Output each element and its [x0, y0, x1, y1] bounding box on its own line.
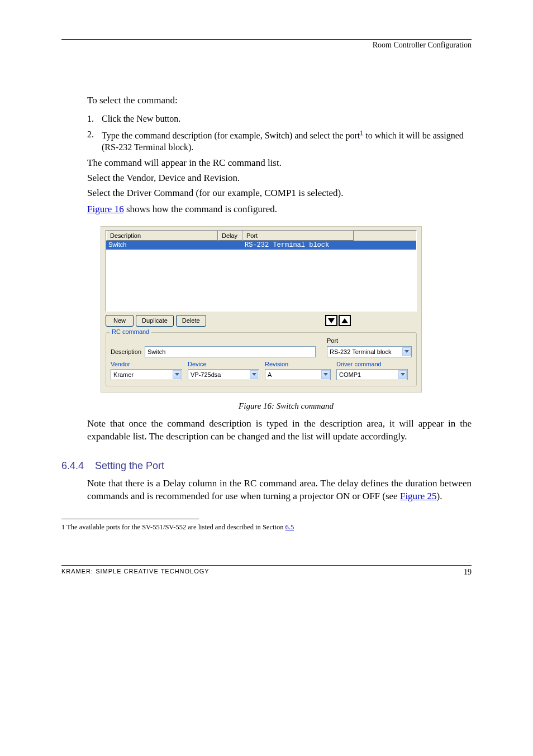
- p2: The command will appear in the RC comman…: [87, 157, 472, 170]
- p3: Select the Vendor, Device and Revision.: [87, 172, 472, 185]
- chevron-down-icon: [173, 370, 181, 379]
- col-port[interactable]: Port: [242, 231, 354, 241]
- driver-command-label: Driver command: [336, 361, 408, 367]
- duplicate-button[interactable]: Duplicate: [136, 315, 174, 327]
- col-delay[interactable]: Delay: [218, 231, 242, 241]
- triangle-up-icon: [341, 318, 348, 323]
- table-row[interactable]: Switch RS-232 Terminal block: [106, 241, 416, 250]
- port-select[interactable]: RS-232 Terminal block: [327, 346, 412, 357]
- intro-line: To select the command:: [87, 94, 472, 107]
- delete-button[interactable]: Delete: [176, 315, 206, 327]
- chevron-down-icon: [321, 370, 330, 379]
- list2-text: Type the command description (for exampl…: [102, 131, 360, 140]
- revision-label: Revision: [265, 361, 331, 367]
- chevron-down-icon: [398, 370, 407, 379]
- figure-25-link[interactable]: Figure 25: [400, 491, 437, 501]
- new-button[interactable]: New: [106, 315, 134, 327]
- vendor-label: Vendor: [111, 361, 182, 367]
- fig16-rest: shows how the command is configured.: [124, 204, 277, 214]
- move-up-button[interactable]: [339, 315, 351, 326]
- driver-command-select[interactable]: COMP1: [336, 369, 408, 380]
- row-delay: [218, 241, 242, 250]
- list2-num: 2.: [87, 128, 102, 154]
- list1-num: 1.: [87, 113, 102, 125]
- rc-command-panel: Description Delay Port Switch RS-232 Ter…: [101, 226, 422, 393]
- description-input[interactable]: Switch: [145, 346, 316, 357]
- footnote-section-link[interactable]: 6.5: [285, 523, 294, 531]
- header-right: Room Controller Configuration: [61, 41, 472, 50]
- p4: Select the Driver Command (for our examp…: [87, 187, 472, 200]
- rc-command-group: RC command x Description Switch Port RS-…: [106, 332, 417, 386]
- col-description[interactable]: Description: [106, 231, 218, 241]
- p5c: ).: [437, 491, 442, 501]
- vendor-select[interactable]: Kramer: [111, 369, 182, 380]
- row-description: Switch: [106, 241, 218, 250]
- chevron-down-icon: [402, 347, 411, 356]
- group-title: RC command: [110, 328, 151, 335]
- footnote: 1 The available ports for the SV-551/SV-…: [61, 523, 472, 532]
- device-select[interactable]: VP-725dsa: [188, 369, 259, 380]
- footnote-text: The available ports for the SV-551/SV-55…: [65, 523, 285, 531]
- row-port: RS-232 Terminal block: [242, 241, 354, 250]
- p5a: Note that once the command description i…: [87, 418, 472, 443]
- triangle-down-icon: [328, 318, 335, 323]
- device-label: Device: [188, 361, 259, 367]
- figure-16-link[interactable]: Figure 16: [87, 204, 124, 214]
- revision-select[interactable]: A: [265, 369, 331, 380]
- command-table: Description Delay Port Switch RS-232 Ter…: [106, 230, 417, 312]
- section-heading: 6.4.4 Setting the Port: [61, 460, 472, 472]
- port-label: Port: [327, 337, 412, 346]
- move-down-button[interactable]: [325, 315, 337, 326]
- footer-left: KRAMER: SIMPLE CREATIVE TECHNOLOGY: [61, 568, 210, 577]
- description-label: Description: [111, 348, 141, 355]
- section-num: 6.4.4: [61, 460, 95, 472]
- chevron-down-icon: [250, 370, 258, 379]
- page-number: 19: [464, 568, 472, 577]
- figure-caption: Figure 16: Switch command: [101, 401, 472, 411]
- section-title: Setting the Port: [95, 460, 164, 472]
- list1-text: Click the New button.: [102, 113, 180, 125]
